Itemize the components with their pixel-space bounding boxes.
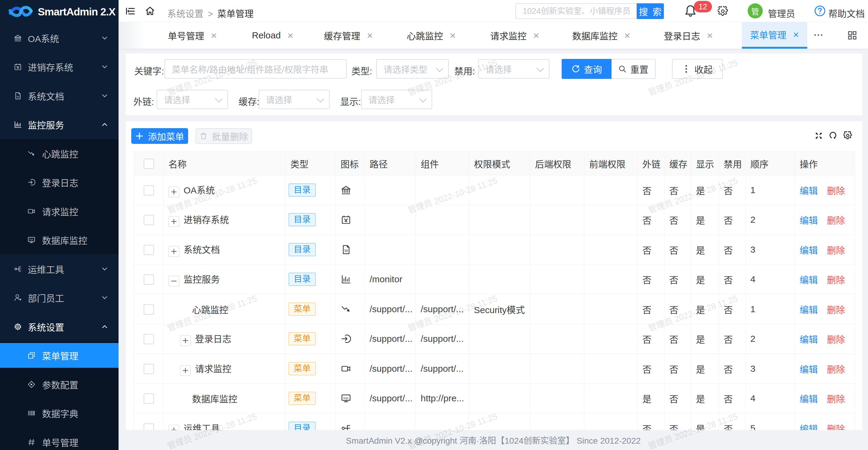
svg-text:SQL: SQL bbox=[343, 396, 349, 399]
svg-text:W: W bbox=[344, 249, 348, 253]
svg-text:SQL: SQL bbox=[29, 238, 34, 241]
svg-text:W: W bbox=[17, 95, 20, 98]
